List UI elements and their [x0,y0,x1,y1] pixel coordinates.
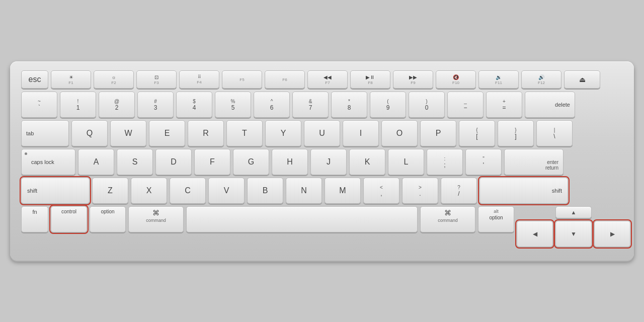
key-f9[interactable]: ▶▶ F9 [393,70,433,89]
key-r[interactable]: R [188,120,224,146]
arrow-cluster: ▲ ◀ ▼ ▶ [517,206,630,247]
key-comma[interactable]: <, [363,178,399,204]
key-h[interactable]: H [272,149,308,175]
key-command-right[interactable]: ⌘ command [420,206,475,232]
key-slash[interactable]: ?/ [441,178,477,204]
fn-row: esc ☀ F1 ☼ F2 ⊡ F3 ⠿ F4 [21,70,623,89]
key-f7[interactable]: ◀◀ F7 [307,70,348,89]
arrow-top-row: ▲ [517,206,630,218]
key-arrow-up[interactable]: ▲ [555,206,592,218]
key-z[interactable]: Z [92,178,128,204]
key-f2[interactable]: ☼ F2 [94,70,134,89]
key-f1[interactable]: ☀ F1 [51,70,91,89]
key-lbracket[interactable]: {[ [459,120,495,146]
key-8[interactable]: *8 [331,92,367,118]
key-f-letter[interactable]: F [194,149,230,175]
key-f12[interactable]: 🔊 F12 [521,70,561,89]
key-arrow-down[interactable]: ▼ [555,221,592,247]
key-caps-lock[interactable]: caps lock [21,149,75,175]
key-shift-right[interactable]: shift [479,178,568,204]
key-backslash[interactable]: |\ [536,120,573,146]
key-delete[interactable]: delete [525,92,575,118]
key-f8[interactable]: ▶⏸ F8 [350,70,390,89]
key-arrow-left[interactable]: ◀ [517,221,553,247]
key-f5[interactable]: F5 [222,70,262,89]
key-quote[interactable]: "' [465,149,502,175]
key-n[interactable]: N [286,178,322,204]
key-c[interactable]: C [170,178,206,204]
key-0[interactable]: )0 [409,92,445,118]
key-5[interactable]: %5 [215,92,251,118]
key-f3[interactable]: ⊡ F3 [136,70,177,89]
key-v[interactable]: V [208,178,245,204]
key-2[interactable]: @2 [99,92,135,118]
key-7[interactable]: &7 [292,92,329,118]
key-i[interactable]: I [343,120,379,146]
key-q[interactable]: Q [71,120,108,146]
key-f4[interactable]: ⠿ F4 [179,70,219,89]
key-arrow-right[interactable]: ▶ [594,221,630,247]
key-y[interactable]: Y [265,120,301,146]
key-u[interactable]: U [304,120,340,146]
key-k[interactable]: K [349,149,385,175]
key-shift-left[interactable]: shift [21,178,90,204]
key-b[interactable]: B [247,178,283,204]
key-f1-label: ☀ F1 [54,73,88,86]
key-control[interactable]: control [51,206,87,232]
key-f11[interactable]: 🔉 F11 [478,70,519,89]
key-w[interactable]: W [110,120,146,146]
keyboard: esc ☀ F1 ☼ F2 ⊡ F3 ⠿ F4 [10,61,634,261]
key-command-left[interactable]: ⌘ command [128,206,184,232]
key-f6[interactable]: F6 [265,70,305,89]
key-option-left[interactable]: option [90,206,126,232]
key-esc[interactable]: esc [21,70,48,89]
key-f10[interactable]: 🔇 F10 [436,70,476,89]
key-fn[interactable]: fn [21,206,48,232]
key-eject[interactable]: ⏏ [564,70,600,89]
key-space[interactable] [186,206,418,232]
key-j[interactable]: J [310,149,347,175]
key-6[interactable]: ^6 [254,92,290,118]
key-backtick[interactable]: ~` [21,92,57,118]
key-esc-label: esc [24,73,45,86]
asdf-row: caps lock A S D F G H J K L :; "' enter … [21,149,623,175]
key-3[interactable]: #3 [137,92,174,118]
key-minus[interactable]: _− [447,92,484,118]
key-4[interactable]: $4 [176,92,212,118]
zxcv-row: shift Z X C V B N M <, >. ?/ shift [21,178,623,204]
key-1[interactable]: !1 [60,92,96,118]
key-l[interactable]: L [388,149,424,175]
key-period[interactable]: >. [402,178,438,204]
key-option-right[interactable]: alt option [478,206,514,232]
key-m[interactable]: M [325,178,361,204]
number-row: ~` !1 @2 #3 $4 %5 ^6 &7 *8 (9 )0 [21,92,623,118]
key-tab[interactable]: tab [21,120,69,146]
key-a[interactable]: A [78,149,114,175]
key-enter[interactable]: enter return [504,149,564,175]
arrow-bottom-row: ◀ ▼ ▶ [517,221,630,247]
key-p[interactable]: P [420,120,456,146]
bottom-row: fn control option ⌘ command ⌘ command al… [21,206,623,247]
caps-lock-indicator [25,152,27,155]
key-rbracket[interactable]: }] [498,120,534,146]
key-semicolon[interactable]: :; [427,149,463,175]
key-o[interactable]: O [381,120,418,146]
key-e[interactable]: E [149,120,185,146]
qwerty-row: tab Q W E R T Y U I O P {[ }] |\ [21,120,623,146]
key-d[interactable]: D [155,149,192,175]
key-s[interactable]: S [117,149,153,175]
key-x[interactable]: X [131,178,167,204]
key-t[interactable]: T [226,120,263,146]
key-9[interactable]: (9 [370,92,406,118]
key-g[interactable]: G [233,149,269,175]
key-equals[interactable]: += [486,92,522,118]
